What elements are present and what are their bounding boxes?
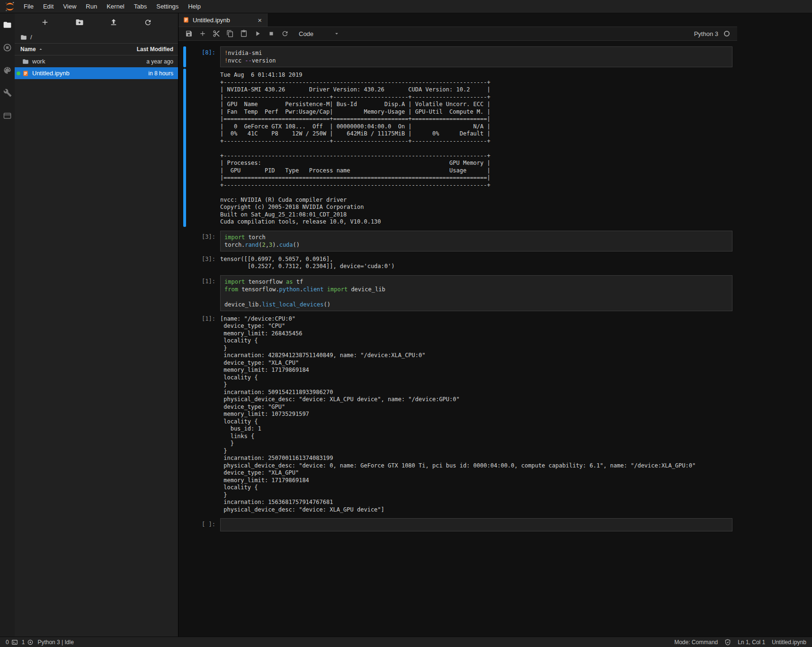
- terminals-sessions[interactable]: 0: [6, 639, 18, 646]
- column-last-modified[interactable]: Last Modified: [137, 46, 173, 53]
- cell-collapser[interactable]: [183, 46, 186, 67]
- menu-kernel[interactable]: Kernel: [102, 0, 129, 13]
- cell-0[interactable]: [8]:!nvidia-smi!nvcc --versionTue Aug 6 …: [183, 45, 732, 229]
- refresh-file-list-button[interactable]: [144, 18, 152, 27]
- close-tab-icon[interactable]: ×: [257, 16, 263, 24]
- command-mode-indicator[interactable]: Mode: Command: [674, 639, 718, 646]
- cell-2[interactable]: [1]:import tensorflow as tffrom tensorfl…: [183, 273, 732, 517]
- terminal-icon: [11, 639, 18, 646]
- input-prompt: [ ]:: [190, 518, 220, 531]
- terminals-count: 0: [6, 639, 9, 646]
- cut-icon: [213, 30, 220, 37]
- file-list-header: Name Last Modified: [15, 43, 178, 55]
- output-collapser[interactable]: [183, 253, 186, 271]
- kernel-name[interactable]: Python 3: [694, 30, 718, 37]
- menu-view[interactable]: View: [58, 0, 81, 13]
- cell-collapser[interactable]: [183, 518, 186, 531]
- app-body: / Name Last Modified worka year agoUntit…: [0, 13, 812, 637]
- kernel-running-indicator: [17, 72, 20, 75]
- kernel-icon: [27, 639, 34, 646]
- tab-bar: Untitled.ipynb ×: [178, 13, 737, 27]
- sidebar-tab-property-inspector[interactable]: [0, 81, 15, 104]
- upload-icon: [109, 18, 118, 27]
- menu-file[interactable]: File: [19, 0, 38, 13]
- tab-title: Untitled.ipynb: [193, 17, 230, 24]
- open-tabs-icon: [3, 111, 12, 120]
- menu-tabs[interactable]: Tabs: [129, 0, 152, 13]
- tab-untitled-ipynb[interactable]: Untitled.ipynb ×: [178, 13, 268, 27]
- interrupt-kernel-button[interactable]: [265, 28, 277, 39]
- cell-collapser[interactable]: [183, 231, 186, 252]
- restart-kernel-button[interactable]: [278, 28, 291, 39]
- jupyter-logo-icon: [5, 1, 15, 12]
- kernels-count: 1: [22, 639, 25, 646]
- home-folder-icon: [20, 34, 27, 41]
- file-row-Untitled.ipynb[interactable]: Untitled.ipynbin 8 hours: [15, 67, 178, 79]
- folder-icon: [22, 58, 29, 65]
- cursor-position[interactable]: Ln 1, Col 1: [738, 639, 765, 646]
- notebook-icon: [183, 17, 189, 23]
- column-name[interactable]: Name: [20, 46, 36, 53]
- save-icon: [185, 30, 193, 37]
- file-row-work[interactable]: worka year ago: [15, 55, 178, 67]
- cell-3[interactable]: [ ]:: [183, 516, 732, 533]
- left-sidebar: [0, 13, 15, 637]
- cell-output-row: [1]:[name: "/device:CPU:0" device_type: …: [183, 313, 732, 515]
- kernel-sessions[interactable]: 1: [22, 639, 34, 646]
- dock-empty-area: [737, 13, 812, 637]
- output-collapser[interactable]: [183, 69, 186, 227]
- add-cell-button[interactable]: [196, 28, 209, 39]
- menu-run[interactable]: Run: [81, 0, 102, 13]
- menubar-items: FileEditViewRunKernelTabsSettingsHelp: [19, 0, 205, 13]
- sidebar-tab-file-browser[interactable]: [0, 13, 15, 36]
- files-icon: [3, 20, 12, 29]
- copy-icon: [226, 30, 234, 37]
- breadcrumb-root[interactable]: /: [30, 34, 32, 41]
- code-editor[interactable]: import tensorflow as tffrom tensorflow.p…: [220, 275, 732, 311]
- cell-input-row: [1]:import tensorflow as tffrom tensorfl…: [183, 275, 732, 311]
- new-launcher-button[interactable]: [41, 18, 49, 27]
- plus-icon: [41, 18, 49, 27]
- trusted-shield-icon: [724, 639, 731, 646]
- file-name: work: [32, 58, 146, 65]
- input-prompt: [8]:: [190, 46, 220, 67]
- cell-type-dropdown[interactable]: Code: [297, 29, 342, 38]
- cell-collapser[interactable]: [183, 275, 186, 311]
- output-prompt: [190, 69, 220, 227]
- breadcrumb[interactable]: /: [15, 31, 178, 43]
- kernel-idle-icon[interactable]: [724, 31, 730, 36]
- code-editor[interactable]: [220, 518, 732, 531]
- status-bar: 0 1 Python 3 | Idle Mode: Command Ln 1, …: [0, 637, 812, 647]
- sidebar-tab-running-sessions[interactable]: [0, 36, 15, 59]
- input-prompt: [3]:: [190, 231, 220, 252]
- code-editor[interactable]: import torchtorch.rand(2,3).cuda(): [220, 231, 732, 252]
- notebook-trusted-indicator[interactable]: [724, 639, 731, 646]
- paste-cells-button[interactable]: [237, 28, 250, 39]
- cell-output-text: Tue Aug 6 01:41:18 2019 +---------------…: [220, 69, 732, 227]
- command-palette-icon: [3, 66, 12, 75]
- cell-1[interactable]: [3]:import torchtorch.rand(2,3).cuda()[3…: [183, 229, 732, 273]
- run-cell-button[interactable]: [251, 28, 264, 39]
- cut-cells-button[interactable]: [210, 28, 223, 39]
- menu-help[interactable]: Help: [183, 0, 205, 13]
- caret-down-icon: [333, 30, 340, 37]
- save-button[interactable]: [182, 28, 195, 39]
- menu-edit[interactable]: Edit: [38, 0, 58, 13]
- code-editor[interactable]: !nvidia-smi!nvcc --version: [220, 46, 732, 67]
- cell-output-text: tensor([[0.6997, 0.5057, 0.0916], [0.252…: [220, 253, 732, 271]
- sidebar-tab-command-palette[interactable]: [0, 59, 15, 81]
- new-folder-button[interactable]: [75, 18, 84, 27]
- upload-button[interactable]: [109, 18, 118, 27]
- sidebar-tab-open-tabs[interactable]: [0, 104, 15, 127]
- stop-icon: [268, 30, 275, 37]
- menubar: FileEditViewRunKernelTabsSettingsHelp: [0, 0, 812, 13]
- run-icon: [254, 30, 261, 37]
- notebook-content[interactable]: [8]:!nvidia-smi!nvcc --versionTue Aug 6 …: [178, 41, 737, 637]
- notebook-panel: Untitled.ipynb ×: [178, 13, 737, 637]
- copy-cells-button[interactable]: [223, 28, 236, 39]
- menu-settings[interactable]: Settings: [152, 0, 183, 13]
- paste-icon: [240, 30, 248, 37]
- file-modified: a year ago: [146, 58, 173, 65]
- output-collapser[interactable]: [183, 313, 186, 515]
- kernel-status-text[interactable]: Python 3 | Idle: [37, 639, 74, 646]
